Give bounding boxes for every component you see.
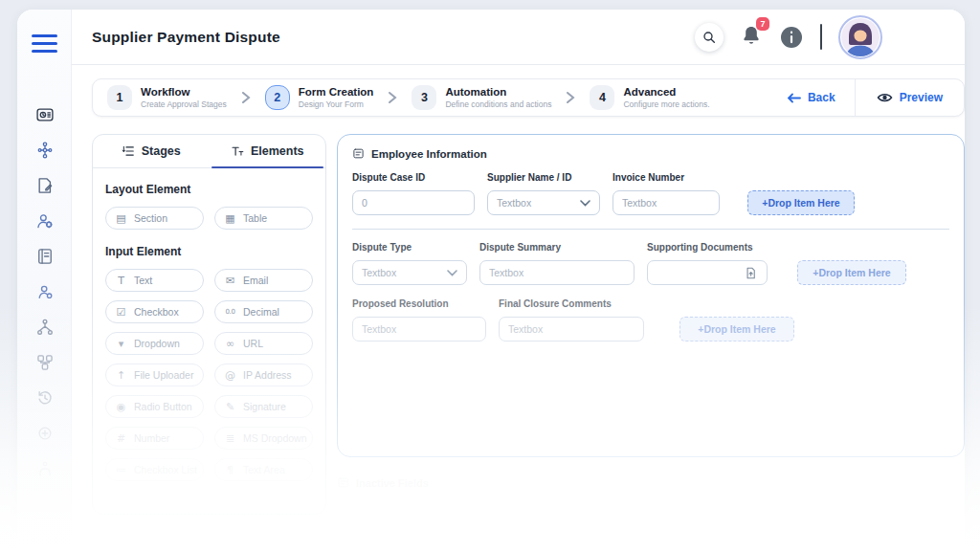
workflow-icon[interactable]: [35, 141, 55, 160]
step-4-label: Advanced: [623, 86, 709, 99]
step-2-number: 2: [265, 85, 290, 110]
form-row-1: Dispute Case ID Supplier Name / ID Textb…: [352, 172, 949, 215]
field-label: Proposed Resolution: [352, 298, 486, 309]
notifications-button[interactable]: 7: [740, 24, 763, 51]
decimal-icon: 0.0: [224, 308, 236, 316]
tab-stages[interactable]: Stages: [93, 135, 210, 167]
section-header: Employee Information: [352, 147, 949, 160]
drop-zone-1[interactable]: +Drop Item Here: [747, 190, 855, 215]
form-edit-icon[interactable]: [35, 176, 55, 195]
link-icon: ∞: [224, 338, 236, 350]
faded-nav-icon-1[interactable]: [35, 424, 55, 443]
section-form-icon: [352, 147, 365, 160]
dispute-summary-input[interactable]: [479, 260, 635, 285]
elements-icon: [231, 144, 244, 158]
table-icon: ▦: [224, 212, 236, 225]
step-advanced[interactable]: 4 Advanced Configure more actions.: [590, 85, 709, 110]
invoice-number-input[interactable]: [612, 190, 720, 215]
file-upload-icon: [744, 266, 758, 280]
signature-icon: ✎: [224, 401, 236, 413]
email-icon: ✉: [224, 275, 236, 287]
info-button[interactable]: [779, 25, 804, 50]
drop-zone-3[interactable]: +Drop Item Here: [679, 317, 794, 342]
field-final-closure-comments: Final Closure Comments: [499, 298, 644, 342]
element-chip-text[interactable]: TText: [105, 269, 204, 292]
upload-icon: ↑: [115, 369, 127, 382]
records-icon[interactable]: [35, 247, 55, 266]
field-dispute-summary: Dispute Summary: [479, 242, 635, 285]
sidebar: [17, 10, 72, 551]
chevron-right-icon: [566, 91, 575, 104]
element-chip-checkbox-list[interactable]: ≔Checkbox List: [105, 458, 204, 481]
section-icon: ▤: [115, 212, 127, 225]
step-3-label: Automation: [445, 86, 551, 99]
team-settings-icon[interactable]: [35, 282, 55, 301]
element-chip-ms-dropdown[interactable]: ≣MS Dropdown: [214, 427, 313, 450]
dispute-type-select[interactable]: Textbox: [352, 260, 467, 285]
number-icon: #: [115, 432, 127, 445]
preview-button[interactable]: Preview: [856, 91, 964, 104]
layout-element-grid: ▤Section ▦Table: [105, 207, 313, 230]
chevron-right-icon: [241, 91, 251, 104]
chevron-down-icon: [580, 200, 590, 207]
search-button[interactable]: [695, 23, 724, 52]
stepper-actions: Back Preview: [768, 79, 964, 116]
step-form-creation[interactable]: 2 Form Creation Design Your Form: [265, 85, 374, 110]
element-chip-checkbox[interactable]: ☑Checkbox: [105, 300, 204, 323]
faded-nav-icon-2[interactable]: [35, 459, 55, 478]
element-chip-text-area[interactable]: ¶Text Area: [214, 458, 313, 481]
user-settings-icon[interactable]: [35, 211, 55, 231]
menu-hamburger-icon[interactable]: [32, 34, 57, 56]
elements-panel-body: Layout Element ▤Section ▦Table Input Ele…: [93, 168, 325, 509]
header-divider: [820, 24, 822, 50]
user-avatar[interactable]: [838, 15, 882, 59]
header-actions: 7: [695, 15, 882, 59]
avatar-image: [841, 18, 880, 56]
step-4-number: 4: [590, 85, 614, 110]
checkbox-list-icon: ≔: [115, 464, 127, 476]
info-icon: [779, 25, 804, 50]
element-chip-section[interactable]: ▤Section: [105, 207, 204, 230]
field-invoice-number: Invoice Number: [612, 172, 720, 215]
element-chip-ip-address[interactable]: @IP Address: [214, 364, 313, 386]
element-chip-decimal[interactable]: 0.0Decimal: [214, 300, 313, 323]
element-chip-url[interactable]: ∞URL: [214, 332, 313, 355]
field-label: Supplier Name / ID: [487, 172, 600, 183]
step-1-number: 1: [107, 85, 132, 110]
stages-icon: [122, 144, 135, 158]
element-chip-file-uploader[interactable]: ↑File Uploader: [105, 364, 204, 386]
tab-elements[interactable]: Elements: [210, 135, 326, 167]
step-1-desc: Create Approval Stages: [141, 99, 227, 109]
drop-zone-2[interactable]: +Drop Item Here: [797, 260, 906, 285]
final-closure-comments-input[interactable]: [499, 317, 644, 342]
tab-elements-label: Elements: [251, 144, 304, 158]
back-button[interactable]: Back: [768, 91, 855, 104]
supplier-name-select[interactable]: Textbox: [487, 190, 600, 215]
input-element-grid: TText ✉Email ☑Checkbox 0.0Decimal ▾Dropd…: [105, 269, 313, 481]
ms-dropdown-icon: ≣: [224, 432, 236, 445]
element-chip-email[interactable]: ✉Email: [214, 269, 313, 292]
element-chip-number[interactable]: #Number: [105, 427, 204, 450]
dispute-case-id-input[interactable]: [352, 190, 475, 215]
back-label: Back: [808, 91, 835, 104]
history-icon[interactable]: [35, 388, 55, 408]
step-2-label: Form Creation: [299, 86, 374, 99]
element-chip-dropdown[interactable]: ▾Dropdown: [105, 332, 204, 355]
step-4-desc: Configure more actions.: [623, 99, 709, 109]
hierarchy-icon[interactable]: [35, 318, 55, 337]
element-chip-table[interactable]: ▦Table: [214, 207, 313, 230]
step-workflow[interactable]: 1 Workflow Create Approval Stages: [107, 85, 227, 110]
proposed-resolution-input[interactable]: [352, 317, 486, 342]
modules-icon[interactable]: [35, 353, 55, 372]
field-label: Final Closure Comments: [499, 298, 644, 309]
supporting-documents-file-input[interactable]: [647, 260, 768, 285]
element-chip-radio-button[interactable]: ◉Radio Button: [105, 395, 204, 418]
inactive-fields-title: Inactive Fields: [356, 477, 429, 489]
dashboard-icon[interactable]: [35, 105, 55, 124]
eye-icon: [877, 92, 893, 103]
element-chip-signature[interactable]: ✎Signature: [214, 395, 313, 418]
top-header: Supplier Payment Dispute 7: [72, 10, 965, 65]
field-label: Dispute Case ID: [352, 172, 475, 183]
step-automation[interactable]: 3 Automation Define conditions and actio…: [412, 85, 551, 110]
field-label: Supporting Documents: [647, 242, 768, 253]
